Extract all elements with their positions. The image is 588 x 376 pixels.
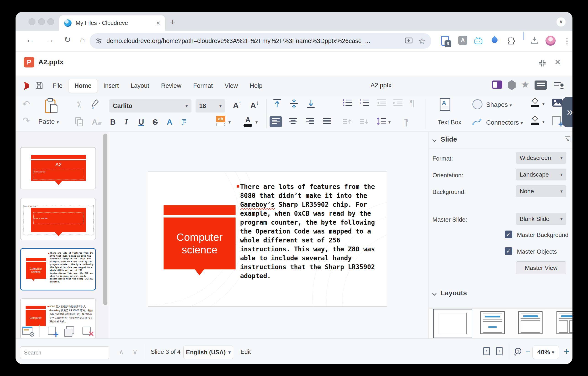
undo-icon[interactable]: ↶ (22, 99, 30, 109)
format-select[interactable]: Widescreen ▾ (516, 152, 566, 164)
decrease-font-icon[interactable]: A↓ (250, 99, 259, 110)
slide-body-textbox[interactable]: There are lots of features from the 8080… (240, 182, 384, 280)
browser-menu-dots-icon[interactable]: ⋮ (563, 36, 571, 46)
tab-search-button[interactable]: ∨ (556, 17, 566, 27)
downloads-icon[interactable] (530, 36, 539, 46)
vertical-align-bottom-icon[interactable] (306, 98, 316, 110)
move-up-icon[interactable] (343, 118, 353, 126)
align-right-icon[interactable] (306, 118, 314, 126)
tab-close-icon[interactable]: × (157, 20, 160, 27)
traffic-light-zoom-button[interactable] (47, 18, 54, 25)
connectors-icon[interactable] (472, 118, 482, 127)
paste-button[interactable]: Paste ▾ (38, 118, 59, 125)
url-bar[interactable]: demo.cloudreve.org/home?path=cloudreve%3… (90, 33, 431, 49)
url-text[interactable]: demo.cloudreve.org/home?path=cloudreve%3… (106, 37, 405, 44)
underline-icon[interactable]: U (138, 118, 144, 126)
language-select[interactable]: English (USA) ▾ (183, 346, 233, 359)
traffic-light-minimize-button[interactable] (38, 18, 45, 25)
caret-icon[interactable]: ▾ (542, 101, 545, 107)
extension-badge[interactable]: 9 (441, 36, 449, 46)
slide-title-box[interactable]: Computer science (164, 218, 236, 269)
menu-home[interactable]: Home (69, 79, 97, 93)
feedback-icon[interactable] (554, 81, 565, 91)
new-tab-button[interactable]: + (170, 17, 175, 27)
thumbnail-scrollbar[interactable] (103, 133, 107, 305)
line-spacing-icon[interactable] (377, 117, 387, 126)
start-slideshow-button[interactable] (22, 327, 32, 335)
text-fill-icon[interactable] (530, 116, 540, 127)
search-previous-icon[interactable]: ∧ (119, 348, 124, 356)
fit-to-width-icon[interactable]: ↓ (496, 347, 503, 355)
profile-avatar[interactable] (546, 36, 556, 46)
menu-review[interactable]: Review (155, 79, 187, 93)
format-painter-icon[interactable] (91, 99, 99, 110)
fit-to-slide-icon[interactable]: ↑ (483, 347, 490, 355)
shape-fill-icon[interactable] (530, 98, 540, 109)
drop-extension-icon[interactable] (491, 36, 499, 44)
site-settings-icon[interactable] (95, 38, 102, 44)
add-placeholder-icon[interactable]: + (552, 116, 561, 125)
about-card-icon[interactable] (535, 80, 547, 90)
favorites-star-icon[interactable]: ★ (521, 80, 530, 90)
align-center-icon[interactable] (289, 118, 297, 126)
font-name-select[interactable]: Carlito ▾ (109, 99, 191, 112)
align-justify-icon[interactable] (323, 118, 331, 126)
home-icon[interactable]: ⌂ (80, 35, 85, 44)
layout-blank-selected[interactable] (433, 309, 472, 338)
protect-icon[interactable] (507, 80, 516, 90)
layout-title-slide[interactable] (479, 310, 506, 335)
forward-icon[interactable]: → (46, 35, 54, 44)
delete-slide-button[interactable]: × (83, 327, 91, 335)
change-case-icon[interactable]: F (181, 118, 186, 126)
caret-icon[interactable]: ▾ (542, 119, 545, 124)
collapse-section-icon[interactable] (433, 138, 436, 142)
caret-icon[interactable]: ▾ (255, 119, 258, 125)
back-icon[interactable]: ← (26, 35, 34, 44)
thumbnail-slide-1[interactable]: A2 Click to add Text (20, 147, 96, 189)
clear-style-icon[interactable]: A (92, 118, 101, 126)
text-direction-icon[interactable]: ¶ (410, 98, 414, 108)
text-box-label[interactable]: Text Box (431, 119, 468, 126)
shapes-button[interactable]: Shapes ▾ (486, 101, 512, 108)
slide-title-top-bar[interactable] (164, 205, 236, 215)
orientation-select[interactable]: Landscape ▾ (516, 168, 566, 180)
interface-theme-icon[interactable] (492, 80, 502, 89)
increase-font-icon[interactable]: A↑ (233, 99, 242, 110)
extensions-puzzle-icon[interactable] (506, 36, 515, 46)
menu-help[interactable]: Help (244, 79, 268, 93)
traffic-light-close-button[interactable] (29, 18, 35, 25)
menu-file[interactable]: File (47, 79, 69, 93)
master-view-button[interactable]: Master View (516, 261, 566, 274)
zoom-out-icon[interactable]: − (525, 347, 530, 356)
paragraph-settings-icon[interactable]: ¶ (404, 118, 409, 127)
image-icon[interactable] (552, 98, 562, 108)
search-next-icon[interactable]: ∨ (133, 348, 137, 356)
add-slide-button[interactable]: + (48, 327, 56, 335)
layout-two-content[interactable] (555, 310, 572, 335)
cut-icon[interactable]: ✂ (74, 101, 84, 108)
copy-icon[interactable] (75, 117, 84, 128)
decrease-indent-icon[interactable] (377, 99, 387, 108)
bold-icon[interactable]: B (110, 118, 116, 126)
layout-title-content[interactable] (516, 310, 544, 335)
align-left-icon[interactable] (270, 116, 282, 127)
slide-canvas-area[interactable]: Computer science There are lots of featu… (109, 132, 429, 339)
italic-icon[interactable]: I (125, 118, 128, 126)
menu-format[interactable]: Format (187, 79, 219, 93)
menu-view[interactable]: View (219, 79, 244, 93)
bookmark-star-icon[interactable]: ☆ (419, 36, 425, 45)
open-advanced-settings-icon[interactable]: ↘ (565, 136, 570, 142)
numbering-icon[interactable]: 12 (359, 99, 370, 108)
superscript-icon[interactable]: A (167, 118, 172, 126)
search-input[interactable] (20, 346, 109, 359)
thumbnail-slide-3-selected[interactable]: Computer science There are lots of featu… (20, 248, 96, 290)
master-slide-select[interactable]: Blank Slide ▾ (516, 213, 566, 225)
thumbnail-slide-2[interactable]: Click to add Text Click to add Title (20, 198, 96, 240)
font-color-button[interactable]: A (243, 116, 252, 127)
browser-tab[interactable]: My Files - Cloudreve × (59, 15, 165, 31)
toolbar-more-button[interactable]: » (562, 97, 572, 127)
move-down-icon[interactable] (359, 118, 370, 126)
text-box-icon[interactable]: A (440, 98, 451, 112)
bilibili-extension-icon[interactable] (474, 37, 483, 46)
current-slide[interactable]: Computer science There are lots of featu… (148, 172, 387, 307)
